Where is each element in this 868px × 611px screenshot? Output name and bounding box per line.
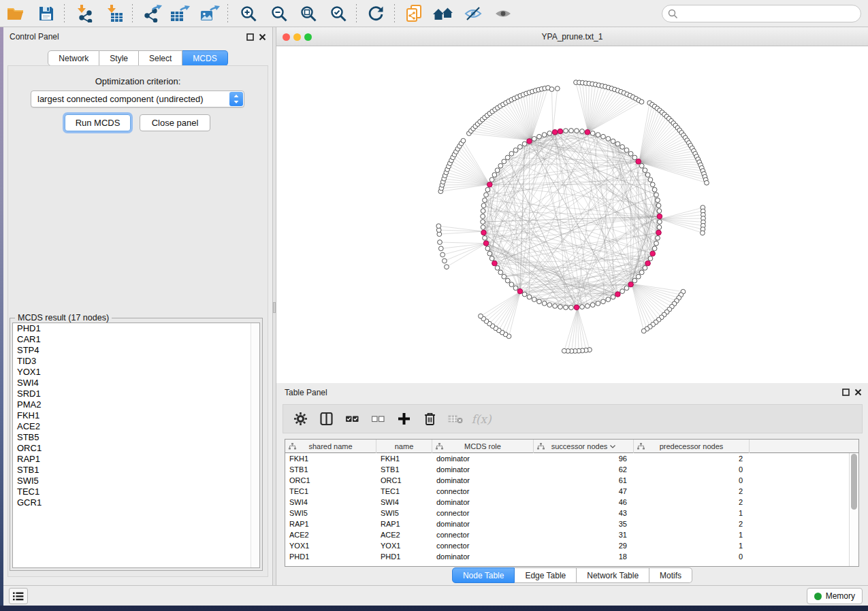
network-node[interactable]	[564, 129, 568, 133]
network-node[interactable]	[601, 134, 606, 139]
network-node[interactable]	[522, 292, 527, 297]
network-node[interactable]	[509, 282, 514, 287]
result-node-item[interactable]: SRD1	[13, 389, 259, 399]
network-node[interactable]	[509, 152, 514, 156]
network-node[interactable]	[628, 152, 633, 156]
network-node[interactable]	[596, 301, 600, 306]
show-columns-button[interactable]	[313, 408, 339, 431]
result-node-item[interactable]: SWI5	[13, 476, 259, 486]
search-input[interactable]	[678, 7, 861, 20]
network-node[interactable]	[498, 163, 503, 168]
show-all-button[interactable]	[492, 3, 515, 24]
network-node[interactable]	[585, 303, 590, 308]
network-node[interactable]	[658, 220, 662, 225]
memory-button[interactable]: Memory	[807, 588, 863, 604]
network-node[interactable]	[436, 224, 441, 229]
save-button[interactable]	[35, 3, 58, 24]
import-network-button[interactable]	[73, 3, 96, 24]
network-node[interactable]	[606, 137, 611, 142]
result-node-item[interactable]: FKH1	[13, 410, 259, 421]
mcds-hub-node[interactable]	[645, 261, 651, 266]
result-node-item[interactable]: GCR1	[13, 497, 259, 508]
result-node-item[interactable]: PHD1	[13, 323, 259, 334]
optimization-criterion-select[interactable]: largest connected component (undirected)	[31, 90, 244, 108]
network-node[interactable]	[580, 305, 585, 310]
network-node[interactable]	[489, 178, 494, 182]
network-window-titlebar[interactable]: YPA_prune.txt_1	[276, 27, 868, 46]
column-header-shared-name[interactable]: shared name	[285, 440, 376, 453]
mcds-hub-node[interactable]	[487, 182, 493, 188]
network-node[interactable]	[643, 265, 647, 270]
zoom-fit-button[interactable]	[297, 3, 320, 24]
network-node[interactable]	[549, 87, 554, 92]
close-panel-button[interactable]	[258, 33, 267, 42]
network-node[interactable]	[645, 173, 650, 178]
open-folder-button[interactable]	[4, 3, 27, 24]
network-node[interactable]	[481, 209, 485, 214]
network-node[interactable]	[564, 305, 568, 310]
tab-network[interactable]: Network	[48, 50, 99, 66]
result-node-item[interactable]: ORC1	[13, 443, 259, 454]
mcds-hub-node[interactable]	[492, 261, 498, 266]
network-node[interactable]	[547, 131, 552, 136]
divider-handle-icon[interactable]	[273, 302, 276, 313]
tab-style[interactable]: Style	[99, 50, 139, 66]
column-header-MCDS-role[interactable]: MCDS role	[432, 440, 534, 453]
network-node[interactable]	[518, 145, 523, 150]
network-node[interactable]	[547, 303, 552, 308]
mcds-hub-node[interactable]	[615, 292, 621, 297]
network-node[interactable]	[641, 329, 646, 333]
network-node[interactable]	[532, 137, 536, 142]
tab-node-table[interactable]: Node Table	[452, 567, 515, 583]
network-node[interactable]	[611, 295, 615, 299]
result-node-item[interactable]: RAP1	[13, 454, 259, 465]
network-node[interactable]	[701, 231, 705, 235]
network-node[interactable]	[575, 129, 579, 133]
network-node[interactable]	[484, 193, 489, 197]
window-close-icon[interactable]	[283, 33, 290, 41]
add-column-button[interactable]	[391, 408, 417, 431]
network-node[interactable]	[654, 241, 659, 246]
mcds-hub-node[interactable]	[585, 129, 590, 135]
run-mcds-button[interactable]: Run MCDS	[65, 114, 131, 131]
zoom-selected-button[interactable]	[327, 3, 350, 24]
table-row[interactable]: SWI4SWI4dominator462	[285, 497, 858, 508]
network-node[interactable]	[483, 198, 487, 203]
network-node[interactable]	[639, 99, 644, 104]
network-node[interactable]	[438, 240, 443, 245]
network-node[interactable]	[438, 246, 443, 251]
network-node[interactable]	[537, 299, 542, 304]
table-row[interactable]: YOX1YOX1connector291	[285, 540, 858, 551]
network-node[interactable]	[632, 278, 637, 283]
tab-select[interactable]: Select	[139, 50, 182, 66]
network-node[interactable]	[537, 134, 542, 139]
refresh-button[interactable]	[364, 3, 387, 24]
result-node-item[interactable]: ACE2	[13, 421, 259, 432]
network-node[interactable]	[555, 86, 560, 91]
network-node[interactable]	[652, 187, 657, 192]
network-node[interactable]	[657, 209, 662, 214]
network-node[interactable]	[652, 246, 657, 251]
network-node[interactable]	[558, 305, 563, 310]
network-node[interactable]	[495, 168, 500, 173]
network-node[interactable]	[479, 314, 483, 318]
zoom-in-button[interactable]	[237, 3, 260, 24]
network-node[interactable]	[481, 225, 485, 230]
network-node[interactable]	[483, 235, 487, 240]
result-node-item[interactable]: PMA2	[13, 399, 259, 410]
table-scrollbar[interactable]	[849, 453, 858, 566]
hide-selected-button[interactable]	[462, 3, 485, 24]
column-header-name[interactable]: name	[376, 440, 432, 453]
close-mcds-panel-button[interactable]: Close panel	[140, 114, 210, 131]
network-node[interactable]	[656, 198, 660, 203]
table-row[interactable]: TEC1TEC1connector472	[285, 486, 858, 497]
network-node[interactable]	[487, 251, 492, 256]
network-node[interactable]	[615, 142, 620, 146]
network-node[interactable]	[624, 148, 629, 152]
network-node[interactable]	[522, 142, 527, 146]
delete-column-button[interactable]	[417, 408, 443, 431]
table-row[interactable]: FKH1FKH1dominator962	[285, 453, 858, 464]
network-node[interactable]	[443, 259, 447, 263]
network-node[interactable]	[643, 168, 647, 173]
network-node[interactable]	[569, 129, 574, 133]
